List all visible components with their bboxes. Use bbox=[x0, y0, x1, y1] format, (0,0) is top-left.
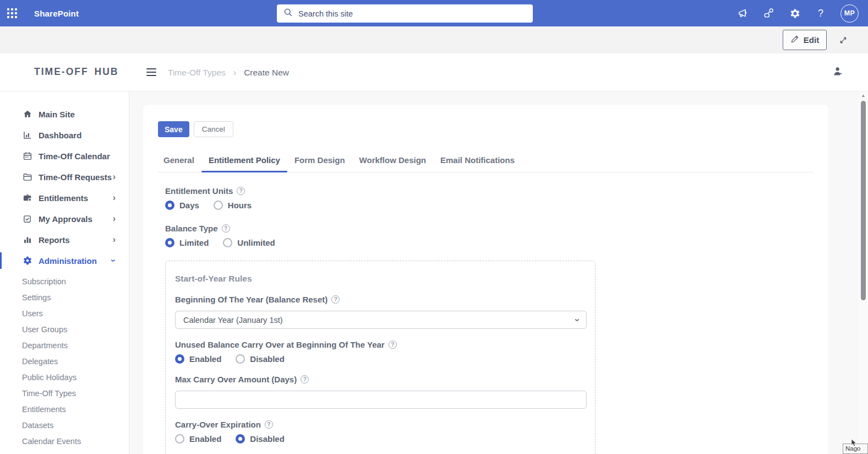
bar-chart-icon bbox=[22, 235, 32, 245]
radio-expiration-enabled[interactable]: Enabled bbox=[175, 434, 221, 444]
radio-unlimited[interactable]: Unlimited bbox=[223, 238, 275, 247]
section-title: Start-of-Year Rules bbox=[175, 274, 586, 284]
help-circle-icon[interactable]: ? bbox=[301, 375, 309, 383]
check-square-icon bbox=[22, 214, 32, 224]
sidebar-item-time-off-calendar[interactable]: Time-Off Calendar bbox=[0, 145, 129, 166]
field-label-text: Carry-Over Expiration bbox=[175, 420, 261, 429]
tab-entitlement-policy[interactable]: Entitlement Policy bbox=[209, 152, 280, 172]
sidebar-subitem-time-off-types[interactable]: Time-Off Types bbox=[0, 385, 129, 401]
sidebar-subitem-departments[interactable]: Departments bbox=[0, 337, 129, 353]
edit-button[interactable]: Edit bbox=[783, 30, 827, 50]
sub-item-label: User Groups bbox=[22, 325, 67, 334]
sidebar-subitem-public-holidays[interactable]: Public Holidays bbox=[0, 369, 129, 385]
radio-label: Enabled bbox=[189, 434, 221, 444]
sidebar-item-dashboard[interactable]: Dashboard bbox=[0, 125, 129, 145]
breadcrumb: Time-Off Types › Create New bbox=[168, 68, 289, 78]
radio-carry-over-disabled[interactable]: Disabled bbox=[236, 354, 285, 364]
radio-expiration-disabled[interactable]: Disabled bbox=[236, 434, 285, 444]
radio-unselected-icon bbox=[175, 434, 184, 444]
hamburger-menu-icon[interactable] bbox=[146, 68, 156, 76]
tab-email-notifications[interactable]: Email Notifications bbox=[440, 152, 515, 172]
field-label-text: Beginning Of The Year (Balance Reset) bbox=[175, 295, 327, 304]
sidebar-item-label: Main Site bbox=[39, 110, 75, 119]
scroll-up-arrow-icon[interactable]: ▲ bbox=[860, 93, 866, 98]
expand-icon[interactable] bbox=[837, 34, 849, 46]
sidebar-subitem-datasets[interactable]: Datasets bbox=[0, 417, 129, 433]
vertical-scrollbar[interactable]: ▲ bbox=[859, 91, 868, 454]
sidebar-item-main-site[interactable]: Main Site bbox=[0, 104, 129, 125]
edit-button-label: Edit bbox=[804, 35, 819, 45]
scrollbar-thumb[interactable] bbox=[861, 101, 866, 300]
app-header: TIME-OFF HUB Time-Off Types › Create New bbox=[0, 53, 868, 91]
sidebar-item-my-approvals[interactable]: My Approvals › bbox=[0, 208, 129, 229]
search-input[interactable] bbox=[298, 9, 533, 18]
user-settings-icon[interactable] bbox=[832, 66, 844, 78]
sub-item-label: Users bbox=[22, 309, 43, 318]
chevron-right-icon: › bbox=[113, 214, 116, 224]
radio-days[interactable]: Days bbox=[165, 201, 199, 210]
tab-form-design[interactable]: Form Design bbox=[294, 152, 345, 172]
help-icon[interactable]: ? bbox=[815, 7, 827, 19]
sidebar-item-label: Time-Off Calendar bbox=[39, 152, 110, 161]
sidebar-subitem-user-groups[interactable]: User Groups bbox=[0, 321, 129, 337]
avatar[interactable]: MP bbox=[840, 4, 859, 23]
radio-label: Disabled bbox=[250, 434, 285, 444]
radio-unselected-icon bbox=[214, 201, 223, 210]
sub-item-label: Datasets bbox=[22, 421, 53, 430]
sidebar-subitem-users[interactable]: Users bbox=[0, 305, 129, 321]
help-circle-icon[interactable]: ? bbox=[331, 295, 340, 304]
sidebar-item-administration[interactable]: Administration › bbox=[0, 250, 129, 271]
beginning-of-year-select[interactable]: Calendar Year (January 1st) › bbox=[175, 311, 587, 329]
sidebar-subitem-calendar-events[interactable]: Calendar Events bbox=[0, 433, 129, 449]
cancel-button[interactable]: Cancel bbox=[194, 121, 233, 137]
sub-item-label: Public Holidays bbox=[22, 373, 77, 382]
help-circle-icon[interactable]: ? bbox=[222, 224, 230, 233]
app-launcher-icon[interactable] bbox=[7, 8, 17, 18]
sidebar-subitem-delegates[interactable]: Delegates bbox=[0, 353, 129, 369]
sidebar-subitem-settings[interactable]: Settings bbox=[0, 289, 129, 305]
radio-label: Limited bbox=[179, 238, 209, 247]
radio-selected-icon bbox=[175, 354, 184, 364]
radio-label: Disabled bbox=[250, 354, 285, 364]
sidebar-item-reports[interactable]: Reports › bbox=[0, 229, 129, 250]
radio-limited[interactable]: Limited bbox=[165, 238, 209, 247]
site-search[interactable] bbox=[277, 4, 533, 23]
help-circle-icon[interactable]: ? bbox=[389, 340, 397, 349]
sharepoint-label[interactable]: SharePoint bbox=[34, 9, 79, 18]
breadcrumb-parent[interactable]: Time-Off Types bbox=[168, 68, 226, 78]
radio-label: Hours bbox=[228, 201, 252, 210]
entitlement-units-label: Entitlement Units ? bbox=[165, 186, 814, 196]
gear-icon bbox=[22, 256, 32, 266]
sidebar-item-label: Dashboard bbox=[39, 131, 81, 140]
sub-item-label: Entitlements bbox=[22, 405, 66, 414]
app-logo[interactable]: TIME-OFF HUB bbox=[34, 66, 118, 78]
carry-over-options: Enabled Disabled bbox=[175, 354, 586, 364]
start-of-year-rules-section: Start-of-Year Rules Beginning Of The Yea… bbox=[165, 261, 596, 454]
breadcrumb-current: Create New bbox=[244, 68, 289, 78]
sidebar-item-label: Time-Off Requests bbox=[39, 172, 112, 182]
search-icon bbox=[283, 8, 293, 19]
help-circle-icon[interactable]: ? bbox=[265, 420, 273, 429]
sidebar-item-time-off-requests[interactable]: Time-Off Requests › bbox=[0, 166, 129, 187]
radio-hours[interactable]: Hours bbox=[214, 201, 252, 210]
breadcrumb-separator-icon: › bbox=[233, 68, 236, 78]
help-circle-icon[interactable]: ? bbox=[237, 187, 245, 195]
sub-item-label: Calendar Events bbox=[22, 437, 81, 446]
settings-gear-icon[interactable] bbox=[789, 7, 801, 19]
sidebar-subitem-subscription[interactable]: Subscription bbox=[0, 273, 129, 289]
radio-selected-icon bbox=[165, 201, 174, 210]
administration-submenu: Subscription Settings Users User Groups … bbox=[0, 271, 129, 449]
field-label-text: Balance Type bbox=[165, 224, 218, 233]
tab-general[interactable]: General bbox=[163, 152, 194, 172]
briefcase-icon bbox=[22, 193, 32, 203]
sidebar-subitem-entitlements[interactable]: Entitlements bbox=[0, 401, 129, 417]
org-chart-icon[interactable] bbox=[763, 7, 775, 19]
save-button[interactable]: Save bbox=[158, 121, 189, 137]
megaphone-icon[interactable] bbox=[737, 7, 749, 19]
radio-carry-over-enabled[interactable]: Enabled bbox=[175, 354, 221, 364]
tab-bar: General Entitlement Policy Form Design W… bbox=[158, 152, 814, 172]
field-label-text: Max Carry Over Amount (Days) bbox=[175, 375, 297, 384]
max-carry-over-input[interactable] bbox=[183, 396, 578, 404]
sidebar-item-entitlements[interactable]: Entitlements › bbox=[0, 187, 129, 208]
tab-workflow-design[interactable]: Workflow Design bbox=[359, 152, 426, 172]
